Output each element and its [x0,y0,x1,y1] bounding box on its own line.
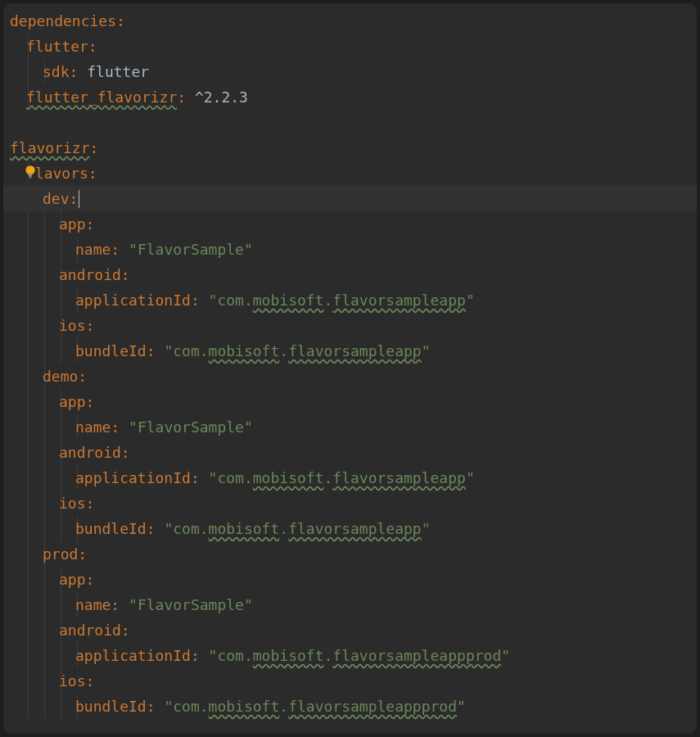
yaml-key: app [59,567,86,592]
yaml-key: android [59,440,121,465]
code-line[interactable]: flavorizr: [3,135,697,161]
code-line[interactable]: app: [3,389,697,414]
yaml-string: "com.mobisoft.flavorsampleapp" [164,338,430,364]
yaml-string: "FlavorSample" [129,414,253,440]
code-line[interactable]: applicationId: "com.mobisoft.flavorsampl… [3,287,697,313]
code-line[interactable]: android: [3,262,697,287]
colon: : [191,287,200,313]
colon: : [70,59,79,84]
code-line[interactable]: name: "FlavorSample" [3,592,697,617]
yaml-key: flutter [26,34,88,59]
code-line-active[interactable]: dev: [3,186,697,211]
colon: : [86,491,95,516]
code-line[interactable]: name: "FlavorSample" [3,414,697,440]
yaml-key: android [59,262,121,287]
yaml-key: name [75,592,111,617]
yaml-value [78,59,87,84]
yaml-key: android [59,617,121,643]
code-line[interactable]: dependencies: [3,8,697,34]
code-line[interactable]: bundleId: "com.mobisoft.flavorsampleappp… [3,694,697,719]
yaml-key: bundleId [75,694,147,719]
yaml-string: "com.mobisoft.flavorsampleappprod" [164,694,466,719]
code-line[interactable]: demo: [3,364,697,389]
colon: : [121,617,130,643]
colon: : [86,567,95,592]
yaml-key: applicationId [75,287,191,313]
yaml-string: "FlavorSample" [129,592,253,617]
lightbulb-icon[interactable] [23,165,38,179]
colon: : [70,186,79,211]
yaml-string: "com.mobisoft.flavorsampleapp" [209,465,475,491]
colon: : [111,592,120,617]
colon: : [147,516,156,541]
yaml-key: app [59,211,86,237]
code-line[interactable]: ios: [3,313,697,338]
yaml-key: flavorizr [10,135,90,161]
colon: : [191,643,200,668]
yaml-key: applicationId [75,643,191,668]
code-line[interactable] [3,110,697,135]
yaml-key: prod [43,541,78,567]
yaml-string: "com.mobisoft.flavorsampleappprod" [209,643,511,668]
yaml-value: flutter [87,59,149,84]
text-caret [79,190,79,208]
yaml-key: name [75,414,111,440]
yaml-key: dependencies [10,8,116,34]
code-line[interactable]: flutter: [3,34,697,59]
colon: : [111,414,120,440]
colon: : [111,237,120,262]
yaml-key: demo [43,364,78,389]
colon: : [191,465,200,491]
yaml-key: applicationId [75,465,191,491]
code-line[interactable]: ios: [3,491,697,516]
code-line[interactable]: bundleId: "com.mobisoft.flavorsampleapp" [3,516,697,541]
colon: : [90,135,99,161]
yaml-key: bundleId [75,516,147,541]
svg-rect-1 [29,174,33,176]
code-line[interactable]: applicationId: "com.mobisoft.flavorsampl… [3,465,697,491]
colon: : [86,389,95,414]
yaml-key: ios [59,668,86,694]
colon: : [88,161,97,186]
yaml-string: "com.mobisoft.flavorsampleapp" [164,516,430,541]
yaml-key: ios [59,491,86,516]
code-line[interactable]: bundleId: "com.mobisoft.flavorsampleapp" [3,338,697,364]
yaml-string: "com.mobisoft.flavorsampleapp" [209,287,475,313]
code-line[interactable]: app: [3,567,697,592]
colon: : [177,84,186,110]
colon: : [116,8,125,34]
colon: : [88,34,97,59]
colon: : [78,541,87,567]
colon: : [147,694,156,719]
yaml-key: flutter_flavorizr [26,84,177,110]
code-editor[interactable]: dependencies: flutter: sdk: flutter flut… [3,3,697,734]
yaml-value: ^2.2.3 [195,84,248,110]
yaml-string: "FlavorSample" [129,237,253,262]
code-line[interactable]: app: [3,211,697,237]
yaml-key: app [59,389,86,414]
code-line[interactable]: sdk: flutter [3,59,697,84]
colon: : [147,338,156,364]
yaml-key: name [75,237,111,262]
code-line[interactable]: prod: [3,541,697,567]
code-line[interactable]: applicationId: "com.mobisoft.flavorsampl… [3,643,697,668]
yaml-key: sdk [43,59,70,84]
code-line[interactable]: android: [3,440,697,465]
code-line[interactable]: flutter_flavorizr: ^2.2.3 [3,84,697,110]
code-line[interactable]: ios: [3,668,697,694]
yaml-key: dev [43,186,70,211]
colon: : [86,313,95,338]
colon: : [121,262,130,287]
colon: : [78,364,87,389]
code-line[interactable]: flavors: [3,161,697,186]
colon: : [86,211,95,237]
yaml-key: ios [59,313,86,338]
colon: : [86,668,95,694]
yaml-key: bundleId [75,338,147,364]
colon: : [121,440,130,465]
code-line[interactable]: android: [3,617,697,643]
code-line[interactable]: name: "FlavorSample" [3,237,697,262]
svg-point-0 [25,165,34,174]
